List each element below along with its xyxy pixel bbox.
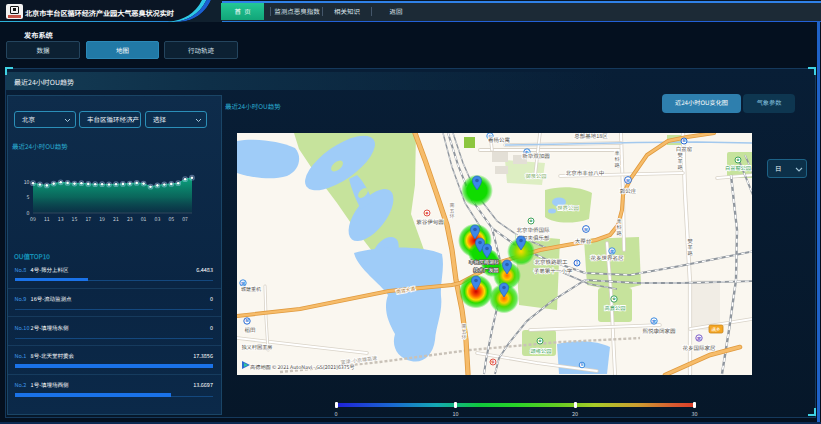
svg-text:◉: ◉ (426, 210, 429, 215)
svg-text:13: 13 (58, 215, 64, 222)
svg-text:大葆台: 大葆台 (575, 237, 592, 245)
svg-text:05: 05 (168, 215, 174, 222)
svg-text:璃乡: 璃乡 (712, 326, 721, 332)
svg-text:17: 17 (85, 215, 91, 222)
svg-text:✿: ✿ (539, 338, 542, 343)
svg-text:樊羊路: 樊羊路 (677, 151, 683, 170)
svg-text:技术广发园: 技术广发园 (473, 266, 498, 273)
svg-text:花乡国际家居: 花乡国际家居 (682, 344, 716, 352)
svg-text:23: 23 (127, 215, 133, 222)
svg-text:南五环: 南五环 (461, 322, 466, 340)
svg-text:总部基地18区: 总部基地18区 (574, 133, 608, 140)
svg-text:M: M (683, 138, 686, 143)
svg-text:高德地图 © 2021 AutoNavi - GS(2021: 高德地图 © 2021 AutoNavi - GS(2021)6375号 (250, 362, 355, 370)
svg-text:郭公庄: 郭公庄 (620, 187, 637, 195)
svg-text:✿: ✿ (530, 218, 533, 223)
svg-text:01: 01 (141, 215, 147, 222)
svg-text:花乡世界名居: 花乡世界名居 (590, 254, 624, 262)
svg-text:樊羊路: 樊羊路 (687, 237, 693, 256)
svg-text:21: 21 (113, 215, 119, 222)
svg-text:白盆窑公园: 白盆窑公园 (725, 164, 751, 171)
svg-text:M: M (245, 318, 248, 323)
svg-text:✿: ✿ (612, 296, 615, 301)
svg-text:丰科路: 丰科路 (614, 149, 620, 168)
svg-text:M: M (581, 362, 584, 367)
svg-text:居: 居 (609, 247, 614, 253)
svg-text:城建重机: 城建重机 (241, 285, 261, 292)
svg-text:高鑫公园: 高鑫公园 (605, 304, 626, 311)
svg-text:丰科路: 丰科路 (616, 217, 622, 236)
svg-text:09: 09 (30, 215, 36, 222)
svg-text:北京市丰台八中: 北京市丰台八中 (566, 169, 605, 177)
svg-text:子弟第十一小学: 子弟第十一小学 (534, 267, 573, 275)
svg-text:北京铁路职工: 北京铁路职工 (534, 258, 568, 266)
svg-text:独义村回王房: 独义村回王房 (241, 343, 272, 350)
svg-text:19: 19 (99, 215, 105, 222)
svg-text:丰台区梅湖科: 丰台区梅湖科 (469, 258, 499, 265)
svg-text:看杨公寓: 看杨公寓 (488, 136, 511, 144)
svg-text:11: 11 (44, 215, 50, 222)
svg-text:饭: 饭 (490, 359, 495, 364)
svg-text:世界公园: 世界公园 (557, 204, 579, 212)
svg-text:07: 07 (182, 215, 188, 222)
svg-text:稻田: 稻田 (244, 326, 255, 334)
svg-text:5: 5 (27, 193, 30, 200)
svg-text:03: 03 (155, 215, 161, 222)
svg-text:文: 文 (574, 260, 579, 265)
svg-text:南五环: 南五环 (449, 201, 454, 219)
svg-text:✿: ✿ (737, 157, 740, 162)
svg-text:15: 15 (72, 215, 78, 222)
svg-text:御泉公园: 御泉公园 (526, 172, 547, 179)
svg-text:新华双加园: 新华双加园 (522, 152, 550, 160)
svg-text:北京华侨国际: 北京华侨国际 (516, 226, 550, 234)
svg-text:0: 0 (27, 209, 30, 216)
svg-text:10: 10 (24, 178, 30, 185)
svg-text:熙悦康阔家园: 熙悦康阔家园 (642, 327, 676, 335)
svg-text:紫谷伊甸园: 紫谷伊甸园 (416, 217, 444, 225)
svg-text:颂缘公园: 颂缘公园 (531, 347, 552, 354)
